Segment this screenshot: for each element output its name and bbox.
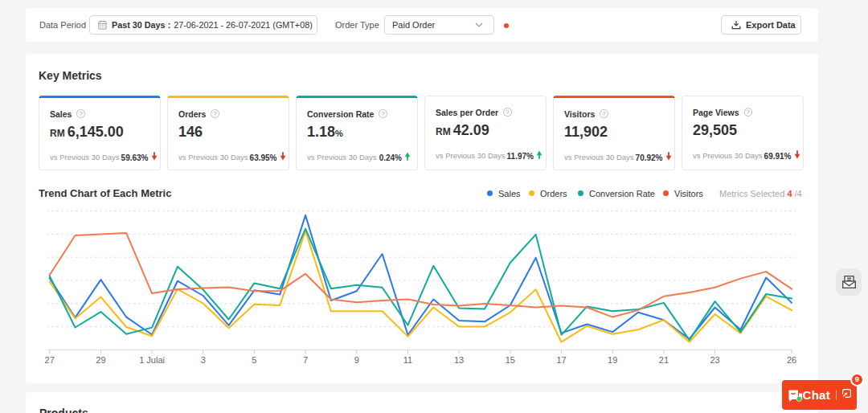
svg-text:7: 7 (303, 355, 308, 364)
svg-text:15: 15 (506, 355, 515, 364)
svg-text:23: 23 (710, 355, 719, 364)
svg-text:26: 26 (787, 355, 796, 364)
svg-text:29: 29 (96, 355, 105, 364)
svg-text:1 Julai: 1 Julai (139, 355, 165, 364)
svg-text:5: 5 (252, 355, 256, 364)
svg-text:19: 19 (608, 355, 617, 364)
svg-text:3: 3 (201, 355, 206, 364)
svg-text:21: 21 (659, 355, 669, 364)
svg-text:27: 27 (45, 355, 55, 364)
svg-text:17: 17 (556, 355, 566, 364)
svg-text:13: 13 (454, 355, 464, 364)
svg-text:9: 9 (354, 355, 359, 364)
svg-text:11: 11 (403, 355, 412, 364)
